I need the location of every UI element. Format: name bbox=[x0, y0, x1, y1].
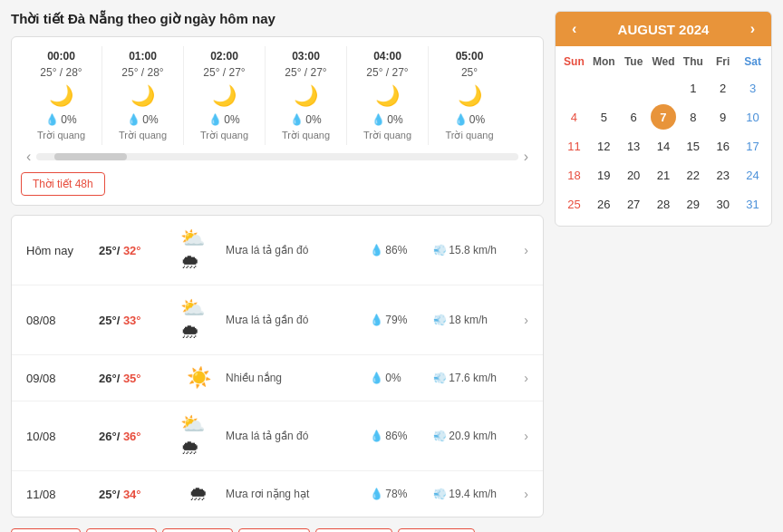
calendar-day[interactable]: 25 bbox=[561, 191, 586, 217]
calendar-day[interactable]: 23 bbox=[710, 162, 736, 188]
hour-temp: 25° bbox=[436, 66, 503, 79]
calendar-weekday: Wed bbox=[649, 53, 679, 70]
day-desc: Mưa lá tả gần đó bbox=[226, 244, 361, 256]
day-desc: Mưa rơi nặng hạt bbox=[226, 488, 361, 500]
scroll-left-arrow[interactable]: ‹ bbox=[21, 149, 36, 165]
day-rain: 💧86% bbox=[370, 430, 424, 442]
hour-temp: 25° / 27° bbox=[354, 66, 420, 79]
calendar-day[interactable]: 18 bbox=[561, 162, 586, 188]
day-desc: Mưa lá tả gần đó bbox=[226, 430, 361, 442]
calendar-day[interactable]: 26 bbox=[591, 191, 616, 217]
calendar-day[interactable]: 13 bbox=[621, 133, 646, 159]
day-expand-button[interactable]: › bbox=[524, 313, 528, 327]
calendar-day[interactable]: 22 bbox=[681, 162, 706, 188]
calendar-day[interactable]: 9 bbox=[710, 104, 736, 130]
calendar-day-empty bbox=[651, 75, 676, 101]
calendar-weekday: Fri bbox=[708, 53, 738, 70]
hour-icon: 🌙 bbox=[28, 84, 94, 108]
day-wind: 💨15.8 km/h bbox=[433, 244, 515, 256]
hour-time: 01:00 bbox=[110, 50, 176, 63]
day-icon: ⛅🌧 bbox=[180, 296, 217, 343]
calendar-day[interactable]: 12 bbox=[591, 133, 616, 159]
calendar-day[interactable]: 30 bbox=[710, 191, 736, 217]
day-expand-button[interactable]: › bbox=[524, 429, 528, 443]
btn-48h[interactable]: Thời tiết 48h bbox=[21, 172, 105, 196]
calendar-day[interactable]: 16 bbox=[710, 133, 736, 159]
calendar-day-empty bbox=[621, 75, 646, 101]
calendar-day[interactable]: 1 bbox=[681, 75, 706, 101]
hour-rain: 💧0% bbox=[191, 113, 257, 126]
calendar-day[interactable]: 5 bbox=[591, 104, 616, 130]
calendar-day[interactable]: 24 bbox=[740, 162, 766, 188]
btn-period-5[interactable]: 15 ngày tới bbox=[398, 528, 475, 532]
daily-row: 10/08 26°/ 36° ⛅🌧 Mưa lá tả gần đó 💧86% … bbox=[12, 401, 543, 471]
day-wind: 💨17.6 km/h bbox=[433, 372, 515, 384]
calendar-day[interactable]: 8 bbox=[681, 104, 706, 130]
calendar-weekday: Tue bbox=[619, 53, 649, 70]
day-expand-button[interactable]: › bbox=[524, 487, 528, 501]
page-title: Thời tiết Đà Nẵng theo giờ ngày hôm nay bbox=[11, 11, 544, 27]
calendar-day[interactable]: 14 bbox=[651, 133, 676, 159]
calendar-day[interactable]: 19 bbox=[591, 162, 616, 188]
day-expand-button[interactable]: › bbox=[524, 243, 528, 257]
hour-desc: Trời quang bbox=[354, 130, 420, 141]
scroll-thumb[interactable] bbox=[54, 153, 127, 160]
hour-temp: 25° / 27° bbox=[191, 66, 257, 79]
cal-next-button[interactable]: › bbox=[747, 21, 759, 37]
hour-desc: Trời quang bbox=[110, 130, 176, 141]
btn-period-0[interactable]: Ngày mai bbox=[11, 528, 81, 532]
hour-rain: 💧0% bbox=[273, 113, 339, 126]
hourly-container: 00:00 25° / 28° 🌙 💧0% Trời quang 01:00 2… bbox=[11, 36, 544, 206]
calendar-day[interactable]: 20 bbox=[621, 162, 646, 188]
btn-period-2[interactable]: 5 ngày tới bbox=[162, 528, 233, 532]
hour-icon: 🌙 bbox=[273, 84, 339, 108]
day-rain: 💧86% bbox=[370, 244, 424, 256]
calendar-day[interactable]: 7 bbox=[651, 104, 676, 130]
day-label: 08/08 bbox=[26, 314, 90, 327]
btn-period-3[interactable]: 7 ngày tới bbox=[238, 528, 309, 532]
scroll-bar-area: ‹ › bbox=[21, 149, 534, 165]
hour-temp: 25° / 28° bbox=[28, 66, 94, 79]
hour-item: 02:00 25° / 27° 🌙 💧0% Trời quang bbox=[184, 46, 266, 145]
calendar-day[interactable]: 2 bbox=[710, 75, 736, 101]
calendar-day-empty bbox=[561, 75, 586, 101]
calendar-days: 1234567891011121314151617181920212223242… bbox=[556, 73, 771, 226]
calendar-day-empty bbox=[591, 75, 616, 101]
calendar-day[interactable]: 31 bbox=[740, 191, 766, 217]
calendar-day[interactable]: 15 bbox=[681, 133, 706, 159]
day-expand-button[interactable]: › bbox=[524, 371, 528, 385]
calendar-day[interactable]: 6 bbox=[621, 104, 646, 130]
calendar-day[interactable]: 27 bbox=[621, 191, 646, 217]
calendar-day[interactable]: 28 bbox=[651, 191, 676, 217]
day-label: 09/08 bbox=[26, 372, 90, 385]
hour-rain: 💧0% bbox=[110, 113, 176, 126]
hour-rain: 💧0% bbox=[28, 113, 94, 126]
btn-period-4[interactable]: 10 ngày tới bbox=[315, 528, 392, 532]
calendar-day[interactable]: 4 bbox=[561, 104, 586, 130]
calendar-title: AUGUST 2024 bbox=[618, 22, 710, 37]
hourly-scroll[interactable]: 00:00 25° / 28° 🌙 💧0% Trời quang 01:00 2… bbox=[21, 46, 534, 145]
day-temp: 25°/ 34° bbox=[99, 488, 171, 501]
hour-item: 05:00 25° 🌙 💧0% Trời quang bbox=[429, 46, 510, 145]
calendar-day[interactable]: 10 bbox=[740, 104, 766, 130]
cal-prev-button[interactable]: ‹ bbox=[568, 21, 580, 37]
day-temp: 25°/ 32° bbox=[99, 244, 171, 257]
day-desc: Nhiều nắng bbox=[226, 372, 361, 384]
calendar-weekday: Thu bbox=[678, 53, 708, 70]
calendar-day[interactable]: 3 bbox=[740, 75, 766, 101]
calendar-day[interactable]: 17 bbox=[740, 133, 766, 159]
right-panel: ‹ AUGUST 2024 › SunMonTueWedThuFriSat 12… bbox=[555, 11, 772, 532]
calendar-day[interactable]: 29 bbox=[681, 191, 706, 217]
btn-period-1[interactable]: 3 ngày tới bbox=[86, 528, 157, 532]
calendar-header: ‹ AUGUST 2024 › bbox=[556, 12, 771, 46]
day-icon: ⛅🌧 bbox=[180, 227, 217, 274]
scroll-right-arrow[interactable]: › bbox=[518, 149, 534, 165]
day-wind: 💨18 km/h bbox=[433, 314, 515, 326]
calendar-day[interactable]: 11 bbox=[561, 133, 586, 159]
day-icon: ⛅🌧 bbox=[180, 412, 217, 459]
calendar: ‹ AUGUST 2024 › SunMonTueWedThuFriSat 12… bbox=[555, 11, 772, 227]
hour-time: 02:00 bbox=[191, 50, 257, 63]
day-desc: Mưa lá tả gần đó bbox=[226, 314, 361, 326]
hour-icon: 🌙 bbox=[110, 84, 176, 108]
calendar-day[interactable]: 21 bbox=[651, 162, 676, 188]
